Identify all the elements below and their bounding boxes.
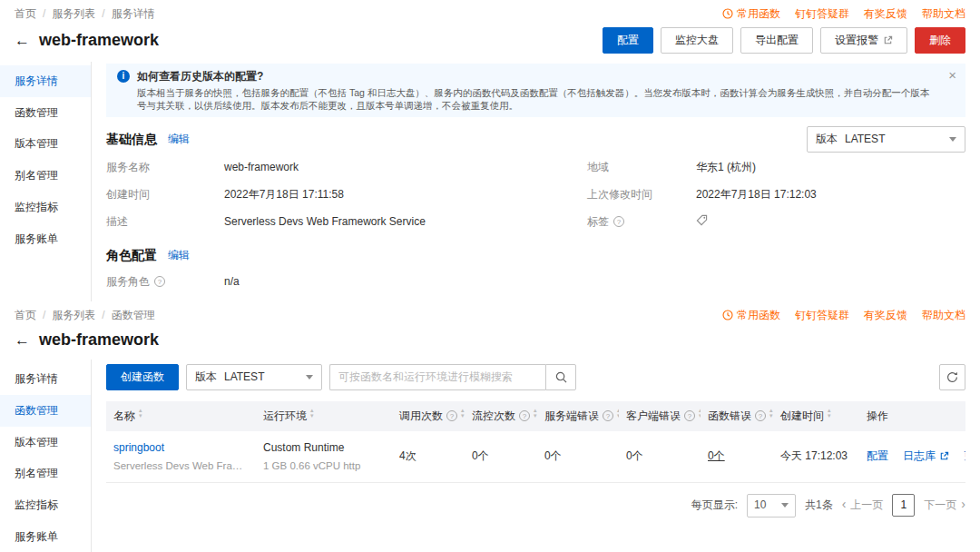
breadcrumb-service-list[interactable]: 服务列表 [52, 6, 95, 22]
monitor-dashboard-button[interactable]: 监控大盘 [661, 27, 733, 54]
per-page-label: 每页显示: [691, 498, 738, 513]
breadcrumb-home[interactable]: 首页 [15, 308, 36, 323]
chevron-left-icon [842, 498, 847, 513]
search-input[interactable] [329, 364, 545, 390]
sidebar-item-function-manage[interactable]: 函数管理 [0, 395, 91, 427]
per-page-value: 10 [754, 498, 766, 513]
row-more-link[interactable]: 更多 [964, 448, 965, 464]
runtime-value: Custom Runtime [263, 440, 385, 456]
col-function-errors: 函数错误 [708, 409, 751, 424]
col-client-errors: 客户端错误 [626, 409, 681, 424]
basic-info-title: 基础信息 [106, 131, 157, 149]
created-value: 2022年7月18日 17:11:58 [224, 182, 587, 209]
table-header-row: 名称 运行环境 调用次数 流控次数 服务端错误 客户端错误 函数错误 创建时间 … [106, 401, 965, 431]
search-button[interactable] [545, 364, 576, 390]
row-config-link[interactable]: 配置 [867, 448, 888, 464]
sidebar-item-alias-manage[interactable]: 别名管理 [0, 458, 91, 489]
service-detail-page: 首页 服务列表 服务详情 常用函数 钉钉答疑群 有奖反馈 帮助文档 web-fr… [0, 0, 980, 301]
titlebar: web-framework [0, 327, 980, 360]
col-server-errors: 服务端错误 [544, 409, 599, 424]
breadcrumb-current: 函数管理 [112, 308, 155, 323]
sidebar-item-alias-manage[interactable]: 别名管理 [0, 160, 91, 192]
col-throttles: 流控次数 [472, 409, 515, 424]
version-select-label: 版本 [816, 132, 838, 147]
delete-button[interactable]: 删除 [915, 27, 965, 54]
breadcrumb: 首页 服务列表 服务详情 [15, 6, 155, 22]
current-page-button[interactable]: 1 [892, 494, 915, 517]
sidebar-item-billing[interactable]: 服务账单 [0, 223, 91, 255]
clock-icon [722, 310, 733, 320]
prev-page-button[interactable]: 上一页 [842, 498, 884, 513]
version-select[interactable]: 版本 LATEST [807, 126, 965, 153]
runtime-sub: 1 GB 0.66 vCPU http [263, 458, 385, 473]
function-toolbar: 创建函数 版本 LATEST [106, 364, 965, 390]
version-select-value: LATEST [845, 132, 885, 147]
chevron-down-icon [781, 503, 789, 508]
sidebar-item-billing[interactable]: 服务账单 [0, 521, 91, 552]
function-errors-link[interactable]: 0个 [708, 449, 725, 462]
create-function-button[interactable]: 创建函数 [106, 364, 179, 390]
sidebar: 服务详情 函数管理 版本管理 别名管理 监控指标 服务账单 [0, 62, 92, 301]
function-name-sub: Serverless Devs Web Framework Function [113, 458, 249, 473]
sort-icon[interactable] [617, 410, 619, 421]
set-alarm-button[interactable]: 设置报警 [820, 27, 907, 54]
dingtalk-link[interactable]: 钉钉答疑群 [795, 6, 849, 22]
page-title: web-framework [39, 29, 159, 52]
created-label: 创建时间 [106, 182, 224, 209]
docs-link[interactable]: 帮助文档 [922, 6, 965, 22]
role-config-fields: 服务角色 n/a [106, 268, 965, 295]
back-arrow-icon[interactable] [15, 33, 30, 48]
description-value: Serverless Devs Web Framework Service [224, 209, 587, 236]
breadcrumb: 首页 服务列表 函数管理 [15, 308, 155, 323]
tags-value [696, 209, 965, 236]
function-name-link[interactable]: springboot [113, 440, 249, 456]
breadcrumb-service-list[interactable]: 服务列表 [52, 308, 95, 323]
modified-value: 2022年7月18日 17:12:03 [696, 182, 965, 209]
sort-icon[interactable] [310, 410, 314, 421]
back-arrow-icon[interactable] [15, 332, 30, 348]
sort-icon[interactable] [699, 410, 701, 421]
page-title: web-framework [39, 329, 159, 351]
close-icon[interactable] [948, 68, 956, 82]
breadcrumb-home[interactable]: 首页 [15, 6, 36, 22]
sidebar-item-service-detail[interactable]: 服务详情 [0, 65, 91, 97]
function-table: 名称 运行环境 调用次数 流控次数 服务端错误 客户端错误 函数错误 创建时间 … [106, 401, 965, 483]
sort-icon[interactable] [461, 410, 465, 421]
help-icon [603, 410, 613, 421]
dingtalk-link[interactable]: 钉钉答疑群 [795, 308, 849, 323]
next-page-button[interactable]: 下一页 [924, 498, 965, 513]
sort-icon[interactable] [769, 410, 773, 421]
sort-icon[interactable] [534, 410, 537, 421]
sidebar-item-service-detail[interactable]: 服务详情 [0, 363, 91, 395]
sort-icon[interactable] [139, 410, 142, 421]
sidebar-item-version-manage[interactable]: 版本管理 [0, 427, 91, 458]
service-role-label: 服务角色 [106, 268, 224, 295]
row-logstore-link[interactable]: 日志库 [903, 448, 949, 464]
sidebar-item-version-manage[interactable]: 版本管理 [0, 128, 91, 160]
refresh-button[interactable] [939, 364, 965, 390]
sort-icon[interactable] [828, 410, 831, 421]
per-page-select[interactable]: 10 [747, 494, 796, 518]
sidebar-item-metrics[interactable]: 监控指标 [0, 489, 91, 521]
common-functions-link[interactable]: 常用函数 [722, 6, 780, 22]
role-config-edit-link[interactable]: 编辑 [168, 248, 190, 263]
topbar: 首页 服务列表 服务详情 常用函数 钉钉答疑群 有奖反馈 帮助文档 [0, 0, 980, 25]
sidebar-item-function-manage[interactable]: 函数管理 [0, 97, 91, 129]
export-config-button[interactable]: 导出配置 [740, 27, 813, 54]
docs-link[interactable]: 帮助文档 [922, 308, 965, 323]
sidebar-item-metrics[interactable]: 监控指标 [0, 192, 91, 223]
config-button[interactable]: 配置 [603, 27, 653, 54]
tags-label: 标签 [587, 209, 696, 236]
feedback-link[interactable]: 有奖反馈 [864, 6, 907, 22]
titlebar: web-framework 配置 监控大盘 导出配置 设置报警 删除 [0, 25, 980, 62]
version-select-label: 版本 [195, 370, 217, 385]
clock-icon [722, 8, 733, 19]
feedback-link[interactable]: 有奖反馈 [864, 308, 907, 323]
col-invocations: 调用次数 [399, 409, 443, 424]
version-select[interactable]: 版本 LATEST [186, 364, 322, 390]
common-functions-label: 常用函数 [737, 308, 780, 323]
common-functions-link[interactable]: 常用函数 [722, 308, 780, 323]
basic-info-edit-link[interactable]: 编辑 [168, 132, 190, 147]
total-count: 共1条 [805, 498, 833, 513]
service-page-body: 服务详情 函数管理 版本管理 别名管理 监控指标 服务账单 如何查看历史版本的配… [0, 62, 980, 301]
